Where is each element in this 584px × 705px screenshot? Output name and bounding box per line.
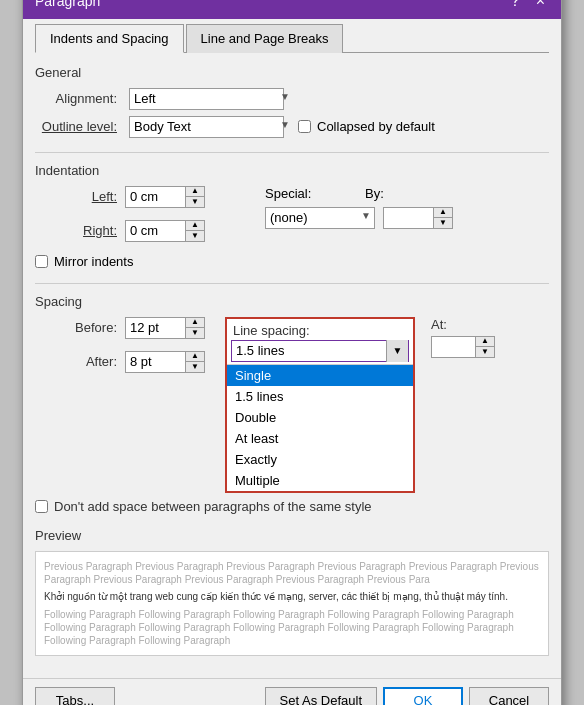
collapsed-checkbox[interactable] bbox=[298, 120, 311, 133]
at-up[interactable]: ▲ bbox=[476, 337, 494, 347]
special-label: Special: bbox=[265, 186, 325, 201]
tab-indents-spacing[interactable]: Indents and Spacing bbox=[35, 24, 184, 53]
set-default-button[interactable]: Set As Default bbox=[265, 687, 377, 706]
dropdown-item-at-least[interactable]: At least bbox=[227, 428, 413, 449]
spacing-content: Before: ▲ ▼ After: bbox=[35, 317, 549, 493]
outline-level-label: Outline level: bbox=[35, 119, 125, 134]
indent-left-label: Left: bbox=[35, 189, 125, 204]
cancel-button[interactable]: Cancel bbox=[469, 687, 549, 706]
preview-main: Khởi nguồn từ một trang web cung cấp kiế… bbox=[44, 590, 540, 604]
indent-right-up[interactable]: ▲ bbox=[186, 221, 204, 231]
indent-left-spinner: ▲ ▼ bbox=[125, 186, 205, 208]
outline-level-select[interactable]: Body Text bbox=[129, 116, 284, 138]
after-btns: ▲ ▼ bbox=[185, 351, 205, 373]
after-label: After: bbox=[35, 354, 125, 369]
bottom-bar: Tabs... Set As Default OK Cancel bbox=[23, 678, 561, 706]
dropdown-arrow-icon[interactable]: ▼ bbox=[386, 340, 408, 362]
by-label: By: bbox=[365, 186, 384, 201]
after-row: After: ▲ ▼ bbox=[35, 351, 205, 373]
tabs-button[interactable]: Tabs... bbox=[35, 687, 115, 706]
general-grid: Alignment: Left Outline level: Body Text bbox=[35, 88, 549, 138]
line-spacing-dropdown: Line spacing: 1.5 lines ▼ Single 1.5 lin… bbox=[225, 317, 415, 493]
close-button[interactable]: × bbox=[532, 0, 549, 9]
after-down[interactable]: ▼ bbox=[186, 362, 204, 372]
indent-right-col: Special: By: (none) ▲ bbox=[265, 186, 453, 229]
before-input[interactable] bbox=[125, 317, 185, 339]
dropdown-list: Single 1.5 lines Double At least bbox=[227, 364, 413, 491]
special-by-inputs: (none) ▲ ▼ bbox=[265, 207, 453, 229]
special-by-labels: Special: By: bbox=[265, 186, 453, 201]
indentation-content: Left: ▲ ▼ Right: bbox=[35, 186, 549, 248]
line-spacing-value: 1.5 lines bbox=[232, 343, 386, 358]
by-up[interactable]: ▲ bbox=[434, 208, 452, 218]
bottom-bar-left: Tabs... bbox=[35, 687, 259, 706]
at-down[interactable]: ▼ bbox=[476, 347, 494, 357]
preview-prev: Previous Paragraph Previous Paragraph Pr… bbox=[44, 560, 540, 586]
by-down[interactable]: ▼ bbox=[434, 218, 452, 228]
indent-left-up[interactable]: ▲ bbox=[186, 187, 204, 197]
dont-add-space-row: Don't add space between paragraphs of th… bbox=[35, 499, 549, 514]
indent-left-input[interactable] bbox=[125, 186, 185, 208]
title-bar-actions: ? × bbox=[507, 0, 549, 9]
before-row: Before: ▲ ▼ bbox=[35, 317, 205, 339]
collapsed-label: Collapsed by default bbox=[317, 119, 435, 134]
special-combo-wrapper[interactable]: (none) bbox=[265, 207, 375, 229]
line-spacing-container: Line spacing: 1.5 lines ▼ Single 1.5 lin… bbox=[225, 317, 415, 493]
dropdown-item-single[interactable]: Single bbox=[227, 365, 413, 386]
mirror-indents-row: Mirror indents bbox=[35, 254, 549, 269]
indent-right-spinner: ▲ ▼ bbox=[125, 220, 205, 242]
special-select[interactable]: (none) bbox=[265, 207, 375, 229]
spacing-label: Spacing bbox=[35, 294, 549, 309]
dialog-title: Paragraph bbox=[35, 0, 100, 9]
after-up[interactable]: ▲ bbox=[186, 352, 204, 362]
before-down[interactable]: ▼ bbox=[186, 328, 204, 338]
before-label: Before: bbox=[35, 320, 125, 335]
indent-left-col: Left: ▲ ▼ Right: bbox=[35, 186, 205, 248]
alignment-label: Alignment: bbox=[35, 91, 125, 106]
at-input[interactable] bbox=[431, 336, 475, 358]
indentation-section: Indentation Left: ▲ ▼ bbox=[35, 163, 549, 269]
indent-right-down[interactable]: ▼ bbox=[186, 231, 204, 241]
dont-add-space-label: Don't add space between paragraphs of th… bbox=[54, 499, 372, 514]
preview-box: Previous Paragraph Previous Paragraph Pr… bbox=[35, 551, 549, 656]
help-button[interactable]: ? bbox=[507, 0, 524, 9]
dropdown-item-1-5[interactable]: 1.5 lines bbox=[227, 386, 413, 407]
indent-right-input[interactable] bbox=[125, 220, 185, 242]
at-col: At: ▲ ▼ bbox=[431, 317, 495, 358]
preview-next: Following Paragraph Following Paragraph … bbox=[44, 608, 540, 647]
by-spinner: ▲ ▼ bbox=[383, 207, 453, 229]
before-spinner: ▲ ▼ bbox=[125, 317, 205, 339]
indent-left-row: Left: ▲ ▼ bbox=[35, 186, 205, 208]
tab-line-page-breaks[interactable]: Line and Page Breaks bbox=[186, 24, 344, 53]
alignment-select[interactable]: Left bbox=[129, 88, 284, 110]
before-up[interactable]: ▲ bbox=[186, 318, 204, 328]
outline-level-combo-wrapper[interactable]: Body Text bbox=[129, 116, 294, 138]
indentation-label: Indentation bbox=[35, 163, 549, 178]
after-input[interactable] bbox=[125, 351, 185, 373]
dialog-content: Indents and Spacing Line and Page Breaks… bbox=[23, 19, 561, 678]
dropdown-item-exactly[interactable]: Exactly bbox=[227, 449, 413, 470]
dropdown-item-double[interactable]: Double bbox=[227, 407, 413, 428]
dropdown-selected-row[interactable]: 1.5 lines ▼ bbox=[231, 340, 409, 362]
indent-left-btns: ▲ ▼ bbox=[185, 186, 205, 208]
alignment-combo-wrapper[interactable]: Left bbox=[129, 88, 294, 110]
spacing-left: Before: ▲ ▼ After: bbox=[35, 317, 205, 379]
at-spinner: ▲ ▼ bbox=[431, 336, 495, 358]
line-spacing-label: Line spacing: bbox=[227, 319, 413, 340]
by-input[interactable] bbox=[383, 207, 433, 229]
mirror-indents-checkbox[interactable] bbox=[35, 255, 48, 268]
indent-left-down[interactable]: ▼ bbox=[186, 197, 204, 207]
preview-label: Preview bbox=[35, 528, 549, 543]
tab-bar: Indents and Spacing Line and Page Breaks bbox=[35, 19, 549, 53]
general-label: General bbox=[35, 65, 549, 80]
dropdown-item-multiple[interactable]: Multiple bbox=[227, 470, 413, 491]
before-btns: ▲ ▼ bbox=[185, 317, 205, 339]
spacing-section: Spacing Before: ▲ ▼ bbox=[35, 294, 549, 514]
at-btns: ▲ ▼ bbox=[475, 336, 495, 358]
indent-right-btns: ▲ ▼ bbox=[185, 220, 205, 242]
ok-button[interactable]: OK bbox=[383, 687, 463, 706]
indent-right-label: Right: bbox=[35, 223, 125, 238]
at-label: At: bbox=[431, 317, 495, 332]
paragraph-dialog: Paragraph ? × Indents and Spacing Line a… bbox=[22, 0, 562, 705]
dont-add-space-checkbox[interactable] bbox=[35, 500, 48, 513]
